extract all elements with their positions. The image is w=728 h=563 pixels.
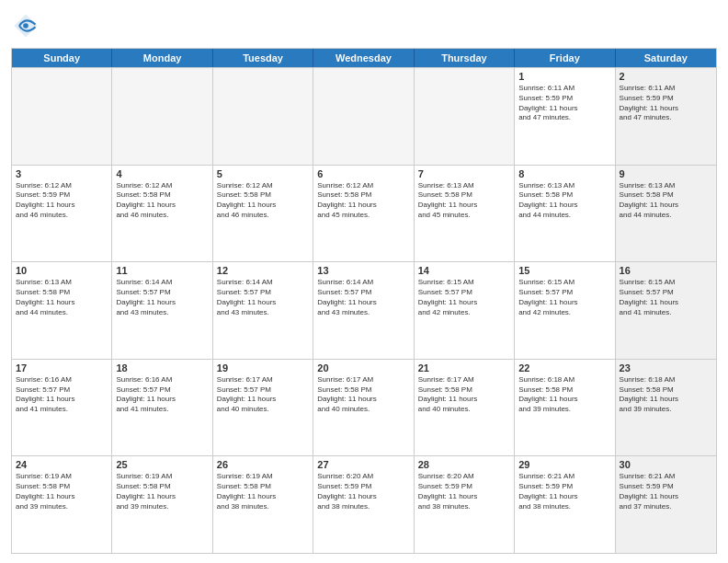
day-number: 25 <box>116 459 208 470</box>
day-number: 17 <box>16 362 108 373</box>
day-cell-5: 5Sunrise: 6:12 AM Sunset: 5:58 PM Daylig… <box>213 166 313 262</box>
day-cell-2: 2Sunrise: 6:11 AM Sunset: 5:59 PM Daylig… <box>616 68 716 165</box>
day-info: Sunrise: 6:14 AM Sunset: 5:57 PM Dayligh… <box>116 278 208 317</box>
day-number: 11 <box>116 265 208 276</box>
day-cell-7: 7Sunrise: 6:13 AM Sunset: 5:58 PM Daylig… <box>415 166 515 262</box>
calendar-row-1: 1Sunrise: 6:11 AM Sunset: 5:59 PM Daylig… <box>12 67 716 165</box>
day-number: 1 <box>518 71 610 82</box>
day-info: Sunrise: 6:15 AM Sunset: 5:57 PM Dayligh… <box>418 278 510 317</box>
day-info: Sunrise: 6:14 AM Sunset: 5:57 PM Dayligh… <box>317 278 409 317</box>
empty-cell <box>313 68 414 165</box>
day-info: Sunrise: 6:18 AM Sunset: 5:58 PM Dayligh… <box>620 375 712 415</box>
calendar-header: SundayMondayTuesdayWednesdayThursdayFrid… <box>12 49 716 67</box>
page: SundayMondayTuesdayWednesdayThursdayFrid… <box>0 0 728 563</box>
empty-cell <box>213 68 313 165</box>
header <box>11 9 717 42</box>
day-info: Sunrise: 6:21 AM Sunset: 5:59 PM Dayligh… <box>518 472 610 511</box>
day-cell-19: 19Sunrise: 6:17 AM Sunset: 5:57 PM Dayli… <box>213 360 313 456</box>
day-info: Sunrise: 6:12 AM Sunset: 5:58 PM Dayligh… <box>217 181 309 221</box>
day-cell-21: 21Sunrise: 6:17 AM Sunset: 5:58 PM Dayli… <box>415 360 515 456</box>
day-info: Sunrise: 6:19 AM Sunset: 5:58 PM Dayligh… <box>116 472 208 511</box>
day-number: 23 <box>620 362 712 373</box>
day-number: 21 <box>418 362 510 373</box>
day-number: 5 <box>217 168 309 179</box>
header-day-thursday: Thursday <box>415 49 515 67</box>
day-cell-27: 27Sunrise: 6:20 AM Sunset: 5:59 PM Dayli… <box>313 456 414 553</box>
day-info: Sunrise: 6:19 AM Sunset: 5:58 PM Dayligh… <box>217 472 309 511</box>
day-info: Sunrise: 6:11 AM Sunset: 5:59 PM Dayligh… <box>620 84 712 123</box>
day-info: Sunrise: 6:13 AM Sunset: 5:58 PM Dayligh… <box>518 181 610 221</box>
day-number: 8 <box>518 168 610 179</box>
day-cell-9: 9Sunrise: 6:13 AM Sunset: 5:58 PM Daylig… <box>616 166 716 262</box>
day-number: 28 <box>418 459 510 470</box>
day-number: 20 <box>317 362 409 373</box>
calendar-row-3: 10Sunrise: 6:13 AM Sunset: 5:58 PM Dayli… <box>12 261 716 359</box>
day-cell-24: 24Sunrise: 6:19 AM Sunset: 5:58 PM Dayli… <box>12 456 112 553</box>
day-number: 12 <box>217 265 309 276</box>
day-number: 30 <box>620 459 712 470</box>
day-cell-8: 8Sunrise: 6:13 AM Sunset: 5:58 PM Daylig… <box>515 166 615 262</box>
day-number: 22 <box>518 362 610 373</box>
day-cell-23: 23Sunrise: 6:18 AM Sunset: 5:58 PM Dayli… <box>616 360 716 456</box>
day-number: 7 <box>418 168 510 179</box>
day-cell-17: 17Sunrise: 6:16 AM Sunset: 5:57 PM Dayli… <box>12 360 112 456</box>
day-info: Sunrise: 6:17 AM Sunset: 5:57 PM Dayligh… <box>217 375 309 415</box>
day-number: 3 <box>16 168 108 179</box>
logo <box>11 13 39 42</box>
day-info: Sunrise: 6:20 AM Sunset: 5:59 PM Dayligh… <box>317 472 409 511</box>
day-cell-6: 6Sunrise: 6:12 AM Sunset: 5:58 PM Daylig… <box>313 166 414 262</box>
day-cell-18: 18Sunrise: 6:16 AM Sunset: 5:57 PM Dayli… <box>112 360 212 456</box>
calendar-body: 1Sunrise: 6:11 AM Sunset: 5:59 PM Daylig… <box>12 67 716 553</box>
day-number: 9 <box>620 168 712 179</box>
day-cell-29: 29Sunrise: 6:21 AM Sunset: 5:59 PM Dayli… <box>515 456 615 553</box>
day-info: Sunrise: 6:16 AM Sunset: 5:57 PM Dayligh… <box>116 375 208 415</box>
day-cell-16: 16Sunrise: 6:15 AM Sunset: 5:57 PM Dayli… <box>616 262 716 359</box>
day-cell-30: 30Sunrise: 6:21 AM Sunset: 5:59 PM Dayli… <box>616 456 716 553</box>
day-cell-28: 28Sunrise: 6:20 AM Sunset: 5:59 PM Dayli… <box>415 456 515 553</box>
day-info: Sunrise: 6:13 AM Sunset: 5:58 PM Dayligh… <box>418 181 510 221</box>
day-cell-15: 15Sunrise: 6:15 AM Sunset: 5:57 PM Dayli… <box>515 262 615 359</box>
day-info: Sunrise: 6:15 AM Sunset: 5:57 PM Dayligh… <box>620 278 712 317</box>
day-info: Sunrise: 6:12 AM Sunset: 5:58 PM Dayligh… <box>116 181 208 221</box>
svg-point-1 <box>23 23 28 29</box>
day-cell-13: 13Sunrise: 6:14 AM Sunset: 5:57 PM Dayli… <box>313 262 414 359</box>
day-info: Sunrise: 6:17 AM Sunset: 5:58 PM Dayligh… <box>317 375 409 415</box>
day-number: 19 <box>217 362 309 373</box>
day-cell-12: 12Sunrise: 6:14 AM Sunset: 5:57 PM Dayli… <box>213 262 313 359</box>
empty-cell <box>12 68 112 165</box>
day-info: Sunrise: 6:19 AM Sunset: 5:58 PM Dayligh… <box>16 472 108 511</box>
calendar-row-5: 24Sunrise: 6:19 AM Sunset: 5:58 PM Dayli… <box>12 455 716 553</box>
header-day-wednesday: Wednesday <box>313 49 414 67</box>
header-day-sunday: Sunday <box>12 49 112 67</box>
header-day-monday: Monday <box>112 49 212 67</box>
day-number: 29 <box>518 459 610 470</box>
day-info: Sunrise: 6:15 AM Sunset: 5:57 PM Dayligh… <box>518 278 610 317</box>
day-info: Sunrise: 6:11 AM Sunset: 5:59 PM Dayligh… <box>518 84 610 123</box>
day-number: 27 <box>317 459 409 470</box>
header-day-saturday: Saturday <box>616 49 716 67</box>
day-cell-26: 26Sunrise: 6:19 AM Sunset: 5:58 PM Dayli… <box>213 456 313 553</box>
day-info: Sunrise: 6:13 AM Sunset: 5:58 PM Dayligh… <box>16 278 108 317</box>
day-info: Sunrise: 6:12 AM Sunset: 5:58 PM Dayligh… <box>317 181 409 221</box>
day-cell-10: 10Sunrise: 6:13 AM Sunset: 5:58 PM Dayli… <box>12 262 112 359</box>
day-cell-3: 3Sunrise: 6:12 AM Sunset: 5:59 PM Daylig… <box>12 166 112 262</box>
day-number: 16 <box>620 265 712 276</box>
day-number: 18 <box>116 362 208 373</box>
logo-icon <box>13 13 39 39</box>
day-info: Sunrise: 6:20 AM Sunset: 5:59 PM Dayligh… <box>418 472 510 511</box>
day-number: 10 <box>16 265 108 276</box>
day-number: 4 <box>116 168 208 179</box>
day-info: Sunrise: 6:12 AM Sunset: 5:59 PM Dayligh… <box>16 181 108 221</box>
day-info: Sunrise: 6:18 AM Sunset: 5:58 PM Dayligh… <box>518 375 610 415</box>
day-cell-22: 22Sunrise: 6:18 AM Sunset: 5:58 PM Dayli… <box>515 360 615 456</box>
day-cell-11: 11Sunrise: 6:14 AM Sunset: 5:57 PM Dayli… <box>112 262 212 359</box>
day-info: Sunrise: 6:16 AM Sunset: 5:57 PM Dayligh… <box>16 375 108 415</box>
day-number: 14 <box>418 265 510 276</box>
day-info: Sunrise: 6:13 AM Sunset: 5:58 PM Dayligh… <box>620 181 712 221</box>
day-cell-25: 25Sunrise: 6:19 AM Sunset: 5:58 PM Dayli… <box>112 456 212 553</box>
day-number: 26 <box>217 459 309 470</box>
day-number: 13 <box>317 265 409 276</box>
day-cell-4: 4Sunrise: 6:12 AM Sunset: 5:58 PM Daylig… <box>112 166 212 262</box>
day-info: Sunrise: 6:14 AM Sunset: 5:57 PM Dayligh… <box>217 278 309 317</box>
day-info: Sunrise: 6:17 AM Sunset: 5:58 PM Dayligh… <box>418 375 510 415</box>
